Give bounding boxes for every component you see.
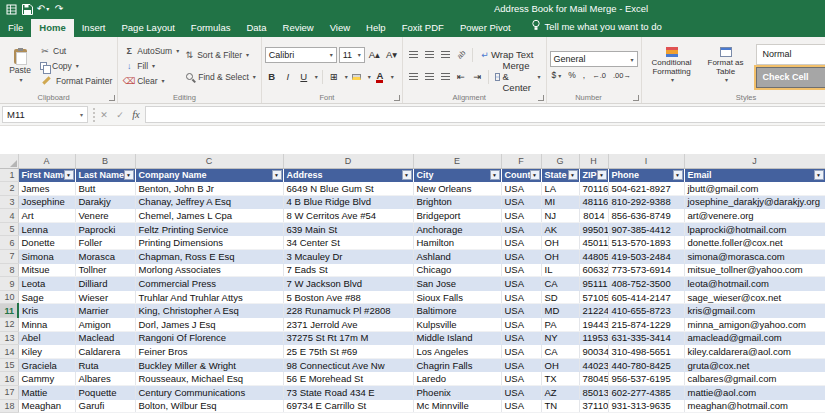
autosum-caret-icon[interactable]: ▾ xyxy=(176,47,179,54)
cell[interactable]: Albares xyxy=(75,372,135,386)
header-cell-7[interactable]: ZIP▼ xyxy=(579,168,608,182)
cell[interactable]: Marrier xyxy=(75,304,135,318)
clear-caret-icon[interactable]: ▾ xyxy=(162,77,165,84)
column-header-a[interactable]: A xyxy=(18,154,75,168)
row-header-5[interactable]: 5 xyxy=(0,222,18,236)
clipboard-dialog-launcher[interactable] xyxy=(109,95,115,101)
cell[interactable]: USA xyxy=(501,331,541,345)
cell[interactable]: Hamilton xyxy=(413,236,501,250)
cell-style-normal[interactable]: Normal xyxy=(756,44,825,65)
row-header-16[interactable]: 16 xyxy=(0,372,18,386)
header-cell-0[interactable]: First Name▼ xyxy=(18,168,75,182)
underline-caret-icon[interactable]: ▾ xyxy=(315,73,318,80)
row-header-2[interactable]: 2 xyxy=(0,182,18,196)
paste-caret-icon[interactable]: ▾ xyxy=(19,76,22,83)
header-cell-3[interactable]: Address▼ xyxy=(283,168,413,182)
decrease-decimal-button[interactable]: .00→ xyxy=(611,71,633,80)
cell[interactable]: 37275 St Rt 17m M xyxy=(283,331,413,345)
cell[interactable]: amaclead@gmail.com xyxy=(684,331,825,345)
cell[interactable]: 57105 xyxy=(579,290,608,304)
cell[interactable]: Truhlar And Truhlar Attys xyxy=(135,290,283,304)
cell[interactable]: Laredo xyxy=(413,372,501,386)
cell[interactable]: 44805 xyxy=(579,250,608,264)
filter-button[interactable]: ▼ xyxy=(673,170,683,180)
header-cell-2[interactable]: Company Name▼ xyxy=(135,168,283,182)
cell[interactable]: minna_amigon@yahoo.com xyxy=(684,318,825,332)
cell[interactable]: lpaprocki@hotmail.com xyxy=(684,222,825,236)
merge-center-button[interactable]: Merge & Center▾ xyxy=(493,69,543,85)
cell[interactable]: mattie@aol.com xyxy=(684,386,825,400)
alignment-dialog-launcher[interactable] xyxy=(538,95,544,101)
cell[interactable]: NJ xyxy=(541,209,579,223)
align-middle-button[interactable] xyxy=(422,47,436,63)
align-top-button[interactable] xyxy=(406,47,420,63)
cell[interactable]: Chicago xyxy=(413,263,501,277)
cell[interactable]: Rousseaux, Michael Esq xyxy=(135,372,283,386)
cell[interactable]: Mitsue xyxy=(18,263,75,277)
cell[interactable]: LA xyxy=(541,182,579,196)
cell[interactable]: 310-498-5651 xyxy=(608,345,684,359)
cell[interactable]: 215-874-1229 xyxy=(608,318,684,332)
cell[interactable]: Middle Island xyxy=(413,331,501,345)
cell[interactable]: Meaghan xyxy=(18,399,75,413)
cell[interactable]: AZ xyxy=(541,386,579,400)
find-select-caret-icon[interactable]: ▾ xyxy=(253,73,256,80)
sort-filter-caret-icon[interactable]: ▾ xyxy=(246,51,249,58)
cell[interactable]: 45011 xyxy=(579,236,608,250)
cell[interactable]: Feiner Bros xyxy=(135,345,283,359)
cell[interactable]: USA xyxy=(501,236,541,250)
paste-button[interactable]: Paste ▾ xyxy=(3,39,37,92)
filter-button[interactable]: ▼ xyxy=(490,170,500,180)
align-left-button[interactable] xyxy=(406,69,420,85)
cell[interactable]: 907-385-4412 xyxy=(608,222,684,236)
column-header-e[interactable]: E xyxy=(413,154,501,168)
cell[interactable]: San Jose xyxy=(413,277,501,291)
orientation-button[interactable]: ab xyxy=(454,47,468,63)
row-header-6[interactable]: 6 xyxy=(0,236,18,250)
row-header-9[interactable]: 9 xyxy=(0,277,18,291)
number-format-select[interactable]: General▾ xyxy=(550,51,638,67)
autosum-button[interactable]: ΣAutoSum▾ xyxy=(121,43,181,58)
tab-page-layout[interactable]: Page Layout xyxy=(113,19,182,37)
cell[interactable]: Kulpsville xyxy=(413,318,501,332)
cell[interactable]: 228 Runamuck Pl #2808 xyxy=(283,304,413,318)
cell[interactable]: Phoenix xyxy=(413,386,501,400)
cell[interactable]: 410-655-8723 xyxy=(608,304,684,318)
cell[interactable]: 602-277-4385 xyxy=(608,386,684,400)
cell[interactable]: MD xyxy=(541,304,579,318)
fill-button[interactable]: ↓Fill▾ xyxy=(121,58,181,73)
format-as-table-button[interactable]: Format as Table ▾ xyxy=(699,39,753,92)
undo-caret-icon[interactable]: ▾ xyxy=(46,1,49,17)
insert-function-button[interactable]: fx xyxy=(129,109,143,120)
cell[interactable]: leota@hotmail.com xyxy=(684,277,825,291)
filter-button[interactable]: ▼ xyxy=(597,170,607,180)
cell[interactable]: USA xyxy=(501,372,541,386)
tab-home[interactable]: Home xyxy=(31,19,73,37)
cell[interactable]: Printing Dimensions xyxy=(135,236,283,250)
currency-caret-icon[interactable]: ▾ xyxy=(558,72,561,79)
header-cell-9[interactable]: Email▼ xyxy=(684,168,825,182)
cell[interactable]: Amigon xyxy=(75,318,135,332)
cell[interactable]: 73 State Road 434 E xyxy=(283,386,413,400)
cell[interactable]: Morlong Associates xyxy=(135,263,283,277)
font-size-select[interactable]: 11▾ xyxy=(339,47,365,63)
cell[interactable]: Graciela xyxy=(18,358,75,372)
cell[interactable]: Los Angeles xyxy=(413,345,501,359)
save-button[interactable] xyxy=(20,1,34,17)
cell[interactable]: 631-335-3414 xyxy=(608,331,684,345)
cell[interactable]: simona@morasca.com xyxy=(684,250,825,264)
cell[interactable]: USA xyxy=(501,304,541,318)
decrease-indent-button[interactable]: ⇤ xyxy=(454,69,468,85)
header-cell-6[interactable]: State▼ xyxy=(541,168,579,182)
row-header-11[interactable]: 11 xyxy=(0,304,18,318)
cell-style-check-cell[interactable]: Check Cell xyxy=(756,67,825,88)
cell[interactable]: Lenna xyxy=(18,222,75,236)
cell[interactable]: 7 Eads St xyxy=(283,263,413,277)
cell[interactable]: kris@gmail.com xyxy=(684,304,825,318)
sort-filter-button[interactable]: ⇅Sort & Filter▾ xyxy=(181,44,258,66)
clear-button[interactable]: ⌫Clear▾ xyxy=(121,73,181,88)
cell[interactable]: Morasca xyxy=(75,250,135,264)
borders-button[interactable]: ⊞ xyxy=(327,69,341,85)
filter-button[interactable]: ▼ xyxy=(272,170,282,180)
cell[interactable]: 95111 xyxy=(579,277,608,291)
